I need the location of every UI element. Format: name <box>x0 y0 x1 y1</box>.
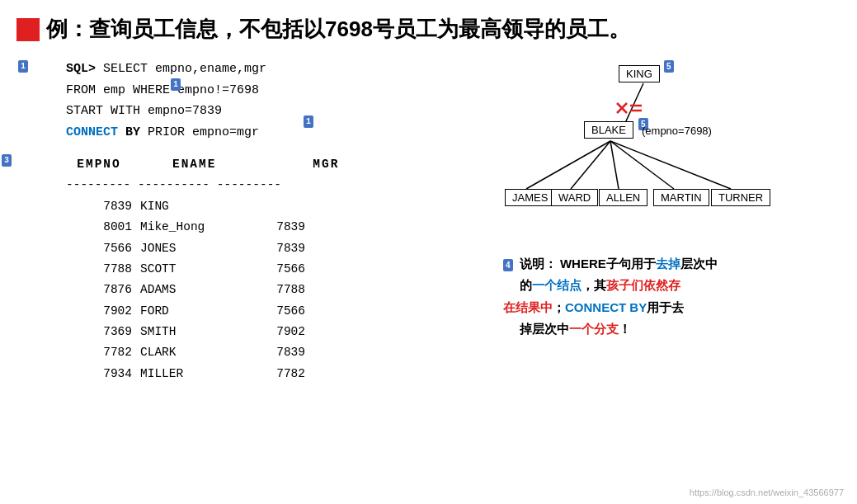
col-header-mgr: MGR <box>257 154 339 175</box>
expl-remove: 去掉 <box>656 257 680 271</box>
tree-node-turner: TURNER <box>711 189 770 206</box>
tree-node-martin: MARTIN <box>653 189 709 206</box>
cell-ename: FORD <box>132 301 239 322</box>
result-table: 3 EMPNO ENAME MGR --------- ---------- -… <box>16 154 478 384</box>
tree-node-king: KING <box>619 65 660 82</box>
watermark: https://blog.csdn.net/weixin_43566977 <box>690 488 844 497</box>
badge-mgr: 1 <box>304 115 313 128</box>
col-header-ename: ENAME <box>141 154 248 175</box>
tree-diagram: 5 KING 5 BLAKE (empno=7698) JAMES WARD A… <box>503 59 784 240</box>
expl-text3: ，其 <box>582 278 606 292</box>
tree-node-james: JAMES <box>505 189 555 206</box>
cell-ename: MILLER <box>132 364 239 384</box>
svg-line-2 <box>571 141 610 189</box>
cell-empno: 7566 <box>66 238 132 259</box>
cell-mgr: 7788 <box>239 280 305 300</box>
table-row: 7934MILLER7782 <box>16 364 478 384</box>
code-by-keyword: BY <box>118 125 140 139</box>
col-header-empno: EMPNO <box>66 154 132 175</box>
code-block: 1 SQL> SELECT empno,ename,mgr FROM emp W… <box>16 59 478 143</box>
table-row: 7788SCOTT7566 <box>16 259 478 280</box>
cell-mgr: 7566 <box>239 301 305 322</box>
title-row: 例：查询员工信息，不包括以7698号员工为最高领导的员工。 <box>16 15 841 44</box>
badge-emp: 1 <box>171 78 181 91</box>
expl-children: 孩子们依然存 <box>606 278 680 292</box>
expl-text4: ； <box>553 300 565 314</box>
expl-connect-by: CONNECT BY <box>565 300 647 314</box>
expl-text1: 层次中 <box>680 257 718 271</box>
code-line-1: SQL> SELECT empno,ename,mgr <box>66 59 478 80</box>
sql-prompt: SQL> <box>66 62 96 76</box>
cell-ename: SCOTT <box>132 259 239 280</box>
expl-text7: ！ <box>619 322 631 336</box>
expl-in-result: 在结果中 <box>503 300 553 314</box>
cell-mgr: 7566 <box>239 259 305 280</box>
empno-label: (empno=7698) <box>642 125 712 137</box>
tree-svg <box>503 59 784 240</box>
cell-mgr: 7902 <box>239 322 305 342</box>
cell-mgr: 7839 <box>239 238 305 259</box>
expl-node: 一个结点 <box>532 278 582 292</box>
expl-text5: 用于去 <box>647 300 684 314</box>
cell-empno: 7788 <box>66 259 132 280</box>
svg-line-5 <box>610 141 731 189</box>
badge-5-top: 5 <box>664 60 674 73</box>
expl-label: 说明： <box>520 257 557 271</box>
svg-line-3 <box>610 141 619 189</box>
badge-3: 3 <box>2 154 12 167</box>
cell-mgr: 7839 <box>239 217 305 238</box>
expl-text6: 掉层次中 <box>503 322 569 336</box>
page: 例：查询员工信息，不包括以7698号员工为最高领导的员工。 1 SQL> SEL… <box>0 0 857 504</box>
svg-line-7 <box>617 103 627 113</box>
code-connect-keyword: CONNECT <box>66 125 118 139</box>
cell-ename: KING <box>132 196 239 217</box>
main-layout: 1 SQL> SELECT empno,ename,mgr FROM emp W… <box>16 59 841 384</box>
badge-4: 4 <box>503 259 513 271</box>
cell-ename: Mike_Hong <box>132 217 239 238</box>
right-section: 5 KING 5 BLAKE (empno=7698) JAMES WARD A… <box>503 59 841 340</box>
table-row: 7369SMITH7902 <box>16 322 478 342</box>
table-row: 7566JONES7839 <box>16 238 478 259</box>
title-text: 例：查询员工信息，不包括以7698号员工为最高领导的员工。 <box>46 15 630 44</box>
code-prior: PRIOR empno=mgr <box>140 125 259 139</box>
svg-line-1 <box>526 141 610 189</box>
code-line-3: START WITH empno=7839 <box>66 101 478 122</box>
cell-empno: 8001 <box>66 217 132 238</box>
expl-branch: 一个分支 <box>569 322 619 336</box>
cell-empno: 7782 <box>66 342 132 363</box>
table-header: EMPNO ENAME MGR <box>16 154 478 175</box>
explanation: 4 说明： WHERE子句用于去掉层次中 的一个结点，其孩子们依然存 在结果中；… <box>503 253 784 340</box>
cell-empno: 7876 <box>66 280 132 300</box>
cell-ename: CLARK <box>132 342 239 363</box>
title-icon <box>16 18 40 41</box>
table-row: 8001Mike_Hong7839 <box>16 217 478 238</box>
tree-node-blake: BLAKE <box>584 121 633 139</box>
cell-empno: 7934 <box>66 364 132 384</box>
svg-line-6 <box>617 103 627 113</box>
cell-empno: 7839 <box>66 196 132 217</box>
table-row: 7839KING <box>16 196 478 217</box>
table-rows: 7839KING8001Mike_Hong78397566JONES783977… <box>16 196 478 384</box>
tree-node-ward: WARD <box>551 189 598 206</box>
cell-ename: JONES <box>132 238 239 259</box>
code-line-2: FROM emp WHERE empno!=7698 1 <box>66 80 478 101</box>
table-row: 7876ADAMS7788 <box>16 280 478 300</box>
badge-1: 1 <box>18 60 28 73</box>
svg-line-4 <box>610 141 674 189</box>
cell-ename: SMITH <box>132 322 239 342</box>
table-divider: --------- ---------- --------- <box>16 175 478 195</box>
expl-where: WHERE子句用于 <box>560 257 656 271</box>
tree-node-allen: ALLEN <box>599 189 647 206</box>
left-section: 1 SQL> SELECT empno,ename,mgr FROM emp W… <box>16 59 478 384</box>
expl-text2: 的 <box>503 278 532 292</box>
cell-empno: 7369 <box>66 322 132 342</box>
cell-empno: 7902 <box>66 301 132 322</box>
cell-mgr: 7782 <box>239 364 305 384</box>
svg-line-0 <box>625 83 643 123</box>
cell-mgr: 7839 <box>239 342 305 363</box>
code-line-4: CONNECT BY PRIOR empno=mgr 1 <box>66 122 478 144</box>
table-row: 7782CLARK7839 <box>16 342 478 363</box>
cell-ename: ADAMS <box>132 280 239 300</box>
table-row: 7902FORD7566 <box>16 301 478 322</box>
